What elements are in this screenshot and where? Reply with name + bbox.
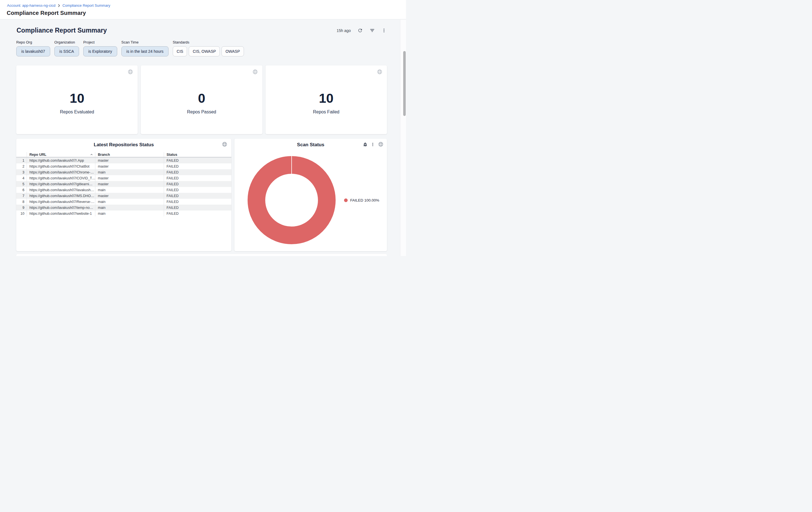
stat-value: 10 [319, 91, 334, 105]
status-cell: FAILED [164, 175, 231, 181]
branch-cell: master [95, 193, 164, 199]
kebab-menu-icon[interactable] [382, 28, 386, 33]
branch-cell: master [95, 181, 164, 187]
latest-repositories-panel: Latest Repositories Status Repo URL Bran… [16, 139, 231, 251]
panel-title: Latest Repositories Status [16, 142, 231, 147]
branch-cell: main [95, 211, 164, 216]
status-cell: FAILED [164, 211, 231, 216]
globe-icon[interactable] [222, 141, 227, 147]
bottom-panels-row: Latest Repositories Status Repo URL Bran… [16, 139, 387, 251]
stat-label: Repos Evaluated [60, 109, 94, 114]
filter-chip[interactable]: is Exploratory [83, 46, 117, 56]
page-title: Compliance Report Summary [7, 10, 86, 16]
sort-asc-icon [90, 153, 93, 156]
filter-icon[interactable] [370, 28, 375, 33]
tile-repos-evaluated: 10 Repos Evaluated [16, 65, 138, 134]
column-header-branch[interactable]: Branch [95, 152, 164, 157]
repositories-table: Repo URL Branch Status 1 https://github.… [16, 152, 231, 216]
status-cell: FAILED [164, 193, 231, 199]
globe-icon[interactable] [127, 69, 133, 75]
compliance-report-page: Account: app-harness-ng-cicd Compliance … [0, 0, 406, 256]
status-cell: FAILED [164, 181, 231, 187]
row-number-cell: 1 [16, 158, 27, 163]
scan-panel-actions [363, 141, 383, 147]
status-cell: FAILED [164, 169, 231, 175]
globe-icon[interactable] [377, 69, 382, 75]
row-number-cell: 3 [16, 169, 27, 175]
filter-chip[interactable]: CIS [173, 46, 187, 56]
branch-cell: master [95, 158, 164, 163]
globe-icon[interactable] [378, 141, 383, 147]
repo-url-cell: https://github.com/lavakush07/.App [27, 158, 95, 163]
row-number-cell: 6 [16, 187, 27, 193]
filter-group: Organization is SSCA [54, 40, 79, 56]
stat-value: 0 [198, 91, 205, 105]
alert-bell-plus-icon[interactable] [363, 142, 368, 147]
repo-url-cell: https://github.com/lavakush07/Reverse-… [27, 199, 95, 205]
filter-chip[interactable]: is lavakush07 [16, 46, 50, 56]
filter-group: Project is Exploratory [83, 40, 117, 56]
row-number-cell: 9 [16, 205, 27, 211]
table-row: 6 https://github.com/lavakush07/lavakush… [16, 187, 231, 193]
dashboard-actions: 15h ago [337, 28, 386, 33]
scan-status-panel: Scan Status FAILED 100.00% [234, 139, 387, 251]
table-row: 9 https://github.com/lavakush07/temp-no…… [16, 205, 231, 211]
globe-icon[interactable] [252, 69, 258, 75]
tile-repos-failed: 10 Repos Failed [265, 65, 387, 134]
donut-legend[interactable]: FAILED 100.00% [344, 198, 379, 203]
repo-url-cell: https://github.com/lavakush07/MS.DHO… [27, 193, 95, 199]
scrollbar-track[interactable] [400, 20, 406, 256]
row-number-cell: 5 [16, 181, 27, 187]
scan-status-donut-chart[interactable] [248, 156, 336, 244]
filter-chip[interactable]: is SSCA [54, 46, 79, 56]
table-body: 1 https://github.com/lavakush07/.App mas… [16, 158, 231, 216]
row-number-cell: 4 [16, 175, 27, 181]
filter-label: Project [83, 40, 117, 44]
table-row: 10 https://github.com/lavakush07/website… [16, 211, 231, 216]
stat-label: Repos Passed [187, 109, 216, 114]
branch-cell: main [95, 187, 164, 193]
repo-url-cell: https://github.com/lavakush07/website-1 [27, 211, 95, 216]
filter-label: Standards [173, 40, 244, 44]
filter-chip[interactable]: CIS, OWASP [189, 46, 220, 56]
legend-failed-dot [344, 198, 348, 202]
scrollbar-thumb[interactable] [403, 51, 406, 116]
table-row: 2 https://github.com/lavakush07/ChatBot … [16, 163, 231, 169]
row-number-header [16, 152, 27, 157]
filter-chip[interactable]: OWASP [222, 46, 244, 56]
refresh-icon[interactable] [357, 28, 363, 33]
next-panel-partial [16, 254, 387, 256]
row-number-cell: 2 [16, 163, 27, 169]
stat-value: 10 [70, 91, 84, 105]
table-row: 4 https://github.com/lavakush07/COVID_T…… [16, 175, 231, 181]
branch-cell: main [95, 199, 164, 205]
tile-repos-passed: 0 Repos Passed [141, 65, 262, 134]
column-header-status[interactable]: Status [164, 152, 231, 157]
status-cell: FAILED [164, 187, 231, 193]
page-header: Account: app-harness-ng-cicd Compliance … [0, 0, 406, 19]
table-row: 5 https://github.com/lavakush07/gitlearn… [16, 181, 231, 187]
table-row: 1 https://github.com/lavakush07/.App mas… [16, 158, 231, 163]
status-cell: FAILED [164, 163, 231, 169]
filter-group: Repo Org is lavakush07 [16, 40, 50, 56]
table-row: 8 https://github.com/lavakush07/Reverse-… [16, 199, 231, 205]
repo-url-cell: https://github.com/lavakush07/Chrome-… [27, 169, 95, 175]
kebab-menu-icon[interactable] [371, 142, 375, 146]
filter-chips: is SSCA [54, 46, 79, 56]
repo-url-cell: https://github.com/lavakush07/lavakush… [27, 187, 95, 193]
repo-url-cell: https://github.com/lavakush07/COVID_T… [27, 175, 95, 181]
legend-failed-label: FAILED 100.00% [350, 198, 379, 203]
row-number-cell: 8 [16, 199, 27, 205]
breadcrumb-account-link[interactable]: Account: app-harness-ng-cicd [7, 3, 56, 7]
dashboard-filters: Repo Org is lavakush07 Organization is S… [16, 40, 244, 56]
status-cell: FAILED [164, 205, 231, 211]
breadcrumb-page-link[interactable]: Compliance Report Summary [62, 3, 111, 7]
filter-chip[interactable]: is in the last 24 hours [121, 46, 169, 56]
stat-label: Repos Failed [313, 109, 339, 114]
filter-chips: is Exploratory [83, 46, 117, 56]
branch-cell: master [95, 175, 164, 181]
status-cell: FAILED [164, 158, 231, 163]
dashboard-title: Compliance Report Summary [17, 27, 107, 34]
filter-label: Repo Org [16, 40, 50, 44]
column-header-repo-url[interactable]: Repo URL [27, 152, 95, 157]
